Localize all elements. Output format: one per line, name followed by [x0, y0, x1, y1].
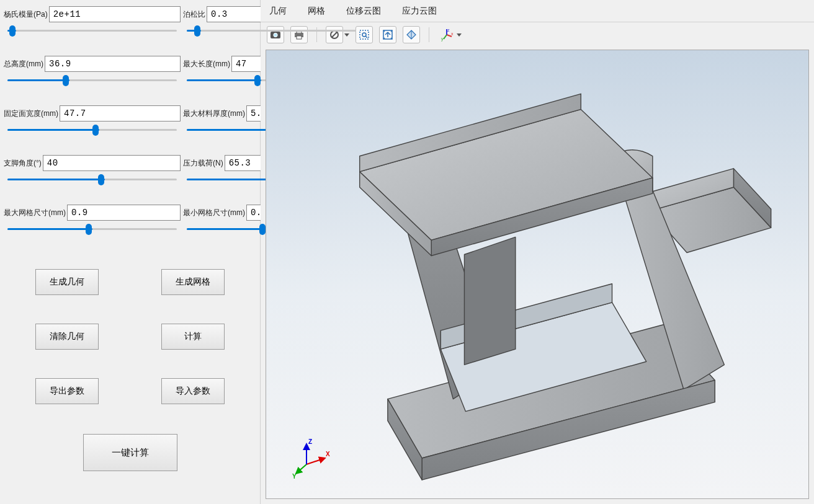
triad-z-label: Z — [308, 438, 312, 445]
svg-line-34 — [306, 458, 325, 464]
axis-triad-icon: x y z — [440, 28, 454, 42]
leg-angle-slider[interactable] — [4, 175, 181, 183]
one-click-compute-button[interactable]: 一键计算 — [83, 434, 177, 471]
compute-button[interactable]: 计算 — [161, 324, 225, 350]
param-label: 泊松比 — [183, 9, 205, 20]
generate-mesh-button[interactable]: 生成网格 — [161, 269, 225, 295]
param-youngs-modulus: 杨氏模量(Pa) — [4, 6, 181, 35]
param-label: 最大长度(mm) — [183, 59, 230, 69]
param-label: 最大材料厚度(mm) — [183, 108, 245, 119]
param-label: 最大网格尺寸(mm) — [4, 208, 66, 218]
axis-triad-dropdown[interactable]: x y z — [438, 26, 462, 43]
param-label: 压力载荷(N) — [183, 158, 223, 169]
max-mesh-input[interactable] — [67, 205, 181, 221]
youngs-modulus-input[interactable] — [49, 6, 181, 22]
param-fixed-face-width: 固定面宽度(mm) — [4, 105, 181, 134]
toolbar-separator — [429, 27, 429, 42]
geometry-viewport[interactable]: X Y Z — [266, 50, 809, 499]
fixed-face-width-slider[interactable] — [4, 125, 181, 134]
parameter-panel: 杨氏模量(Pa) 泊松比 — [0, 0, 261, 504]
tab-mesh[interactable]: 网格 — [305, 2, 328, 20]
param-label: 最小网格尺寸(mm) — [183, 208, 245, 218]
clear-geometry-button[interactable]: 清除几何 — [35, 324, 99, 350]
youngs-modulus-slider[interactable] — [4, 26, 181, 35]
svg-line-10 — [365, 36, 367, 38]
import-params-button[interactable]: 导入参数 — [161, 378, 225, 404]
orientation-triad: X Y Z — [291, 436, 334, 480]
svg-text:z: z — [447, 28, 450, 32]
svg-line-35 — [296, 464, 306, 474]
fixed-face-width-input[interactable] — [60, 105, 181, 122]
chevron-down-icon — [457, 33, 462, 37]
param-label: 杨氏模量(Pa) — [4, 9, 48, 20]
poisson-ratio-slider[interactable] — [183, 26, 360, 35]
svg-text:x: x — [451, 32, 454, 36]
export-params-button[interactable]: 导出参数 — [35, 378, 99, 404]
svg-rect-5 — [297, 36, 302, 39]
leg-angle-input[interactable] — [43, 155, 181, 171]
tab-displacement[interactable]: 位移云图 — [344, 2, 383, 20]
tab-stress[interactable]: 应力云图 — [400, 2, 439, 20]
geometry-model — [266, 50, 808, 498]
triad-x-label: X — [326, 451, 330, 458]
param-label: 固定面宽度(mm) — [4, 108, 58, 119]
max-mesh-slider[interactable] — [4, 224, 181, 233]
param-label: 总高度(mm) — [4, 59, 43, 69]
transparency-button[interactable] — [403, 26, 420, 43]
svg-line-14 — [444, 35, 447, 39]
param-leg-angle: 支脚角度(°) — [4, 155, 181, 183]
zoom-extents-icon — [382, 29, 393, 40]
param-total-height: 总高度(mm) — [4, 56, 181, 84]
generate-geometry-button[interactable]: 生成几何 — [35, 269, 99, 295]
viewer-tabs: 几何 网格 位移云图 应力云图 — [261, 0, 814, 22]
diamond-icon — [406, 29, 417, 40]
zoom-box-icon — [359, 29, 370, 40]
total-height-input[interactable] — [45, 56, 181, 72]
param-max-mesh: 最大网格尺寸(mm) — [4, 205, 181, 233]
total-height-slider[interactable] — [4, 76, 181, 84]
tab-geometry[interactable]: 几何 — [267, 2, 289, 20]
triad-y-label: Y — [292, 473, 297, 480]
svg-marker-33 — [464, 237, 515, 365]
zoom-extents-button[interactable] — [379, 26, 396, 43]
param-label: 支脚角度(°) — [4, 158, 42, 169]
viewer-panel: 几何 网格 位移云图 应力云图 — [261, 0, 814, 504]
svg-text:y: y — [441, 37, 444, 42]
